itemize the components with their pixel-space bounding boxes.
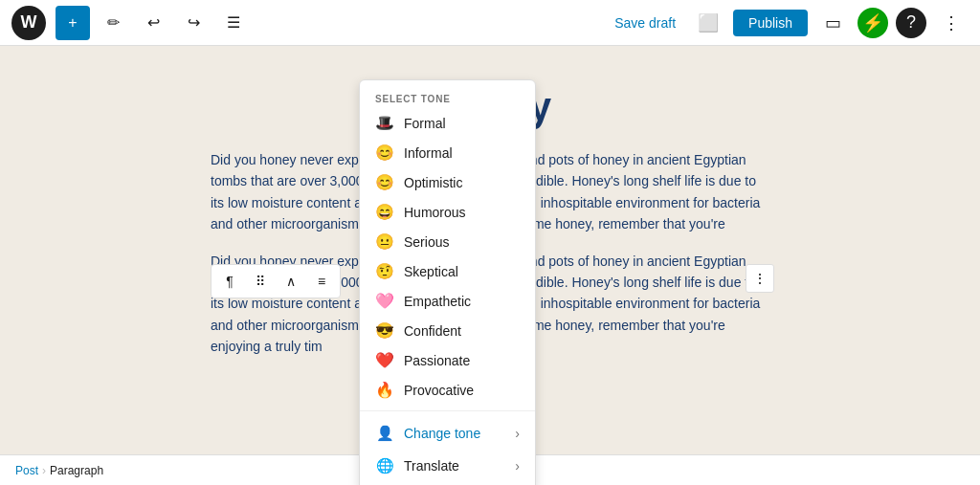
paragraph-icon: ¶ [226,274,234,289]
block-toolbar: ¶ ⠿ ∧ ≡ [211,264,341,298]
toolbar-left: W + ✏ ↩ ↪ ☰ [11,6,251,40]
settings-button[interactable]: ▭ [815,6,850,40]
dropdown-divider [360,410,535,411]
tools-button[interactable]: ✏ [96,6,130,40]
help-button[interactable]: ? [896,8,926,38]
change-tone-item[interactable]: 👤 Change tone › [360,417,535,450]
paragraph-type-button[interactable]: ¶ [215,267,244,296]
tone-item-empathetic[interactable]: 🩷 Empathetic [360,286,535,316]
redo-icon: ↪ [188,13,200,32]
translate-arrow: › [515,458,520,474]
jetpack-icon: ⚡ [862,12,883,33]
humorous-label: Humorous [404,205,520,220]
change-tone-icon: 👤 [375,425,394,442]
tone-item-provocative[interactable]: 🔥 Provocative [360,375,535,405]
breadcrumb-separator: › [42,464,46,477]
tone-item-optimistic[interactable]: 😊 Optimistic [360,167,535,197]
list-view-icon: ☰ [227,13,240,32]
informal-label: Informal [404,145,520,161]
skeptical-emoji: 🤨 [375,262,394,280]
breadcrumb-current: Paragraph [50,464,103,477]
redo-button[interactable]: ↪ [176,6,211,40]
tone-item-informal[interactable]: 😊 Informal [360,138,535,167]
formal-label: Formal [404,116,520,131]
tone-dropdown: SELECT TONE 🎩 Formal 😊 Informal 😊 Optimi… [359,79,536,485]
preview-icon: ⬜ [698,12,719,33]
tone-item-skeptical[interactable]: 🤨 Skeptical [360,256,535,286]
main-toolbar: W + ✏ ↩ ↪ ☰ Save draft ⬜ Publish ▭ ⚡ ? [0,0,980,46]
tone-item-humorous[interactable]: 😄 Humorous [360,197,535,227]
change-tone-arrow: › [515,426,520,441]
publish-button[interactable]: Publish [733,10,808,36]
block-more-button[interactable]: ⋮ [746,264,774,293]
provocative-label: Provocative [404,383,520,398]
serious-label: Serious [404,234,520,250]
passionate-label: Passionate [404,353,520,368]
help-icon: ? [906,12,916,33]
translate-icon: 🌐 [375,457,394,474]
tone-item-confident[interactable]: 😎 Confident [360,316,535,345]
informal-emoji: 😊 [375,143,394,162]
passionate-emoji: ❤️ [375,351,394,369]
empathetic-emoji: 🩷 [375,292,394,310]
breadcrumb-post[interactable]: Post [15,464,38,477]
translate-item[interactable]: 🌐 Translate › [360,450,535,482]
move-up-icon: ∧ [286,274,296,289]
drag-handle-button[interactable]: ⠿ [246,267,275,296]
confident-label: Confident [404,323,520,339]
tone-item-serious[interactable]: 😐 Serious [360,227,535,256]
translate-label: Translate [404,458,459,474]
formal-emoji: 🎩 [375,114,394,132]
confident-emoji: 😎 [375,321,394,340]
jetpack-button[interactable]: ⚡ [858,8,888,38]
change-tone-label: Change tone [404,426,480,441]
align-icon: ≡ [318,274,325,289]
pencil-icon: ✏ [107,13,120,32]
align-button[interactable]: ≡ [307,267,336,296]
settings-icon: ▭ [825,12,841,33]
undo-button[interactable]: ↩ [136,6,170,40]
provocative-emoji: 🔥 [375,381,394,399]
block-more-icon: ⋮ [753,271,767,286]
move-up-button[interactable]: ∧ [277,267,305,296]
empathetic-label: Empathetic [404,294,520,309]
tone-item-formal[interactable]: 🎩 Formal [360,108,535,138]
skeptical-label: Skeptical [404,264,520,279]
wordpress-logo: W [11,6,46,40]
more-options-button[interactable]: ⋮ [934,6,969,40]
undo-icon: ↩ [147,13,160,32]
list-view-button[interactable]: ☰ [216,6,251,40]
save-draft-button[interactable]: Save draft [607,10,683,36]
optimistic-emoji: 😊 [375,173,394,191]
humorous-emoji: 😄 [375,203,394,221]
serious-emoji: 😐 [375,232,394,251]
more-icon: ⋮ [943,12,960,33]
preview-button[interactable]: ⬜ [691,6,725,40]
add-block-button[interactable]: + [56,6,90,40]
tone-section-label: SELECT TONE [360,88,535,108]
drag-icon: ⠿ [256,274,265,289]
toolbar-right: Save draft ⬜ Publish ▭ ⚡ ? ⋮ [607,6,969,40]
tone-item-passionate[interactable]: ❤️ Passionate [360,345,535,375]
optimistic-label: Optimistic [404,175,520,190]
